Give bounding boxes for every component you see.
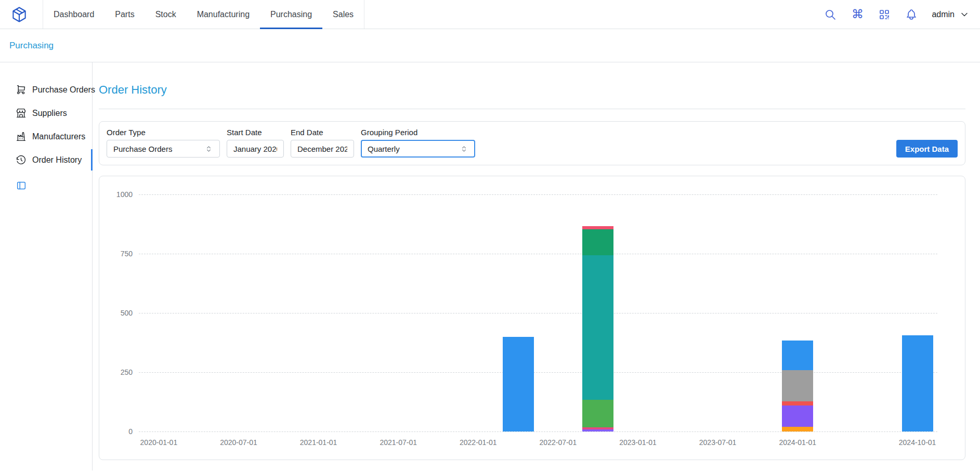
app-window: Dashboard Parts Stock Manufacturing Purc…: [0, 0, 980, 471]
breadcrumb[interactable]: Purchasing: [9, 41, 54, 51]
tab-sales[interactable]: Sales: [322, 0, 364, 29]
sidebar-item-suppliers[interactable]: Suppliers: [0, 101, 92, 125]
filter-panel: Order Type Purchase Orders Start Date: [99, 121, 965, 165]
y-axis-tick-label: 500: [121, 309, 133, 317]
history-clock-icon: [16, 154, 27, 165]
sidebar-item-label: Order History: [32, 155, 82, 165]
bar-segment[interactable]: [782, 341, 813, 370]
title-divider: [99, 109, 965, 109]
grouping-period-value: Quarterly: [368, 145, 400, 153]
order-type-label: Order Type: [107, 128, 220, 137]
selector-chevrons-icon: [204, 145, 213, 153]
tab-purchasing[interactable]: Purchasing: [260, 0, 322, 29]
order-history-chart-panel: 025050075010002020-01-012020-07-012021-0…: [99, 176, 965, 460]
x-axis-tick-label: 2022-07-01: [540, 438, 577, 447]
start-date-field: Start Date: [227, 128, 284, 158]
bar-segment[interactable]: [582, 427, 613, 430]
grouping-period-label: Grouping Period: [361, 128, 475, 137]
order-type-select[interactable]: Purchase Orders: [107, 140, 220, 158]
sidebar-item-order-history[interactable]: Order History: [0, 148, 92, 172]
y-axis-tick-label: 1000: [116, 190, 133, 199]
qr-scan-icon[interactable]: [878, 8, 891, 21]
gridline: [139, 254, 937, 254]
x-axis-tick-label: 2020-07-01: [220, 438, 257, 447]
x-axis-tick-label: 2021-01-01: [300, 438, 337, 447]
command-glyph: ⌘: [852, 8, 864, 20]
top-navigation-bar: Dashboard Parts Stock Manufacturing Purc…: [0, 0, 980, 29]
shopping-cart-icon: [16, 84, 27, 95]
storefront-icon: [16, 108, 27, 119]
main-content: Order History Order Type Purchase Orders: [93, 62, 980, 470]
x-axis-tick-label: 2024-01-01: [779, 438, 816, 447]
gridline: [139, 313, 937, 313]
bar-segment[interactable]: [782, 401, 813, 405]
notifications-bell-icon[interactable]: [905, 8, 918, 21]
bar-segment[interactable]: [902, 335, 933, 431]
gridline: [139, 194, 937, 195]
x-axis-tick-label: 2021-07-01: [380, 438, 417, 447]
factory-icon: [16, 131, 27, 142]
x-axis-tick-label: 2024-10-01: [899, 438, 936, 447]
x-axis-tick-label: 2022-01-01: [460, 438, 497, 447]
tab-stock[interactable]: Stock: [145, 0, 187, 29]
end-date-label: End Date: [291, 128, 354, 137]
end-date-input[interactable]: [291, 140, 354, 158]
page-body: Purchase Orders Suppliers Manufacturers: [0, 62, 980, 470]
bar-segment[interactable]: [782, 370, 813, 401]
y-axis-tick-label: 250: [121, 368, 133, 376]
bar-segment[interactable]: [782, 405, 813, 427]
bar-segment[interactable]: [782, 427, 813, 431]
y-axis-tick-label: 750: [121, 250, 133, 258]
user-menu[interactable]: admin: [932, 9, 970, 20]
topbar-actions: ⌘ admin: [824, 0, 970, 29]
sidebar-item-label: Manufacturers: [32, 132, 85, 141]
sidebar-item-label: Purchase Orders: [32, 85, 95, 95]
x-axis-tick-label: 2023-07-01: [699, 438, 737, 447]
sidebar-item-label: Suppliers: [32, 109, 67, 118]
bar-segment[interactable]: [582, 229, 613, 255]
main-nav-tabs: Dashboard Parts Stock Manufacturing Purc…: [43, 0, 364, 29]
gridline: [139, 372, 937, 373]
chart-plot: 025050075010002020-01-012020-07-012021-0…: [139, 194, 937, 431]
x-axis-tick-label: 2023-01-01: [619, 438, 657, 447]
start-date-label: Start Date: [227, 128, 284, 137]
gridline: [139, 431, 937, 432]
order-type-field: Order Type Purchase Orders: [107, 128, 220, 158]
sidebar-item-manufacturers[interactable]: Manufacturers: [0, 125, 92, 148]
sidebar: Purchase Orders Suppliers Manufacturers: [0, 62, 93, 470]
tab-parts[interactable]: Parts: [104, 0, 145, 29]
page-title: Order History: [99, 83, 965, 97]
tab-manufacturing[interactable]: Manufacturing: [187, 0, 260, 29]
bar-segment[interactable]: [582, 429, 613, 431]
sidebar-collapse-icon[interactable]: [16, 180, 27, 191]
order-type-value: Purchase Orders: [113, 145, 172, 153]
grouping-period-select[interactable]: Quarterly: [361, 140, 475, 158]
bar-segment[interactable]: [582, 255, 613, 400]
y-axis-tick-label: 0: [128, 427, 133, 436]
inventree-logo[interactable]: [10, 0, 29, 29]
end-date-field: End Date: [291, 128, 354, 158]
breadcrumb-bar: Purchasing: [0, 29, 980, 62]
tab-dashboard[interactable]: Dashboard: [43, 0, 104, 29]
bar-segment[interactable]: [582, 226, 613, 229]
x-axis-tick-label: 2020-01-01: [140, 438, 178, 447]
sidebar-item-purchase-orders[interactable]: Purchase Orders: [0, 78, 92, 101]
bar-segment[interactable]: [582, 400, 613, 427]
grouping-period-field: Grouping Period Quarterly: [361, 128, 475, 158]
start-date-input[interactable]: [227, 140, 284, 158]
bar-segment[interactable]: [503, 337, 534, 431]
chevron-down-icon: [959, 9, 970, 20]
search-icon[interactable]: [824, 8, 837, 21]
selector-chevrons-icon: [460, 145, 468, 153]
username-label: admin: [932, 10, 955, 19]
export-data-button[interactable]: Export Data: [896, 140, 958, 158]
command-palette-icon[interactable]: ⌘: [851, 8, 864, 21]
